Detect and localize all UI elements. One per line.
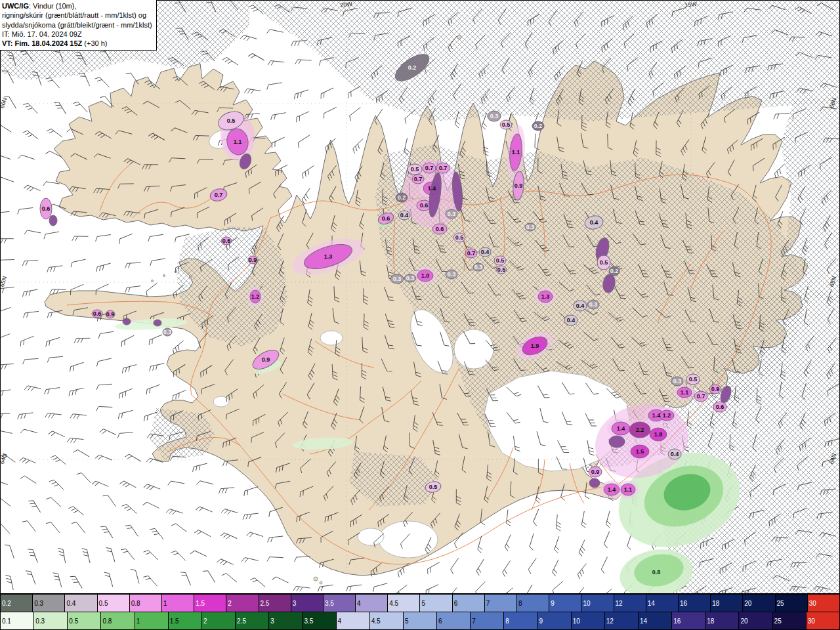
svg-text:0.9: 0.9	[249, 257, 257, 263]
colorbar-sleet-value: 2.5	[261, 600, 270, 607]
svg-text:0.5: 0.5	[600, 259, 608, 266]
colorbar-sleet-value: 1	[163, 600, 167, 607]
colorbar-rain-value: 0.1	[2, 618, 11, 625]
svg-text:2.2: 2.2	[636, 427, 644, 433]
colorbar-rain-value: 10	[573, 618, 580, 625]
svg-text:0.7: 0.7	[425, 165, 434, 171]
svg-text:0.7: 0.7	[414, 176, 423, 182]
colorbar-sleet-cell: 18	[711, 595, 743, 612]
svg-text:0.5: 0.5	[502, 121, 511, 128]
colorbar-rain-cell: 4.5	[370, 612, 404, 629]
svg-text:0.3: 0.3	[490, 113, 499, 119]
weather-map: 0.20.51.10.60.70.60.91.21.30.60.30.31.00…	[0, 0, 840, 594]
svg-text:0.4: 0.4	[590, 219, 598, 226]
colorbar-rain-cell: 3	[269, 612, 303, 629]
colorbar-sleet-value: 4.5	[389, 600, 398, 607]
colorbar-rain-value: 1.5	[170, 618, 179, 625]
colorbar-sleet-value: 14	[648, 600, 655, 607]
svg-text:0.9: 0.9	[106, 311, 115, 318]
colorbar-rain-value: 20	[740, 618, 747, 625]
colorbar-sleet-value: 6	[454, 600, 458, 607]
colorbar-sleet-cell: 0.2	[1, 595, 33, 612]
colorbar-sleet-value: 0.4	[66, 600, 75, 607]
weather-chart-frame: 0.20.51.10.60.70.60.91.21.30.60.30.31.00…	[0, 0, 840, 630]
svg-text:0.6: 0.6	[382, 215, 390, 222]
svg-text:0.9: 0.9	[514, 182, 523, 189]
svg-text:0.6: 0.6	[716, 404, 724, 410]
colorbar-rain-cell: 25	[773, 612, 807, 629]
title-box: UWC/IG: Vindur (10m), rigning/skúrir (gr…	[0, 0, 157, 51]
colorbar-rain-value: 3	[270, 618, 274, 625]
colorbar-rain-value: 2.5	[237, 618, 246, 625]
svg-text:0.4: 0.4	[671, 451, 679, 457]
svg-text:0.5: 0.5	[455, 234, 464, 241]
svg-text:1.1: 1.1	[512, 149, 520, 156]
colorbar-sleet-cell: 1.5	[194, 595, 226, 612]
colorbar-sleet-cell: 6	[453, 595, 485, 612]
svg-text:0.6: 0.6	[436, 226, 444, 232]
colorbar-sleet-cell: 0.8	[130, 595, 162, 612]
colorbar-sleet-cell: 0.5	[98, 595, 130, 612]
svg-text:0.3: 0.3	[589, 301, 598, 308]
svg-text:1.5: 1.5	[636, 448, 644, 455]
svg-text:1.8: 1.8	[654, 431, 663, 438]
colorbar-rain-value: 6	[438, 618, 442, 625]
title-line-2: rigning/skúrir (grænt/blátt/rautt - mm/1…	[2, 10, 152, 20]
svg-text:0.3: 0.3	[474, 264, 483, 270]
colorbar-rain-cell: 1	[135, 612, 169, 629]
svg-text:1.2: 1.2	[663, 412, 671, 419]
svg-text:1.4: 1.4	[608, 486, 616, 493]
colorbar-sleet-cell: 8	[517, 595, 549, 612]
colorbar-sleet-cell: 25	[776, 595, 808, 612]
colorbar-sleet-value: 1.5	[196, 600, 205, 607]
svg-text:0.9: 0.9	[591, 469, 600, 475]
colorbar-rain-value: 0.8	[102, 618, 112, 625]
svg-text:0.7: 0.7	[697, 393, 705, 400]
svg-text:0.3: 0.3	[448, 271, 456, 278]
colorbar-rain-cell: 6	[437, 612, 471, 629]
svg-text:1.4: 1.4	[652, 412, 661, 419]
svg-text:1.1: 1.1	[624, 486, 633, 493]
svg-text:1.1: 1.1	[234, 138, 242, 145]
colorbar-rain-value: 14	[640, 618, 647, 625]
colorbar-sleet-cell: 9	[549, 595, 581, 612]
colorbar-sleet-cell: 20	[743, 595, 775, 612]
colorbar-sleet-cell: 30	[808, 595, 839, 612]
svg-text:0.8: 0.8	[652, 569, 661, 576]
colorbar-sleet-value: 12	[616, 600, 623, 607]
svg-text:0.5: 0.5	[497, 266, 506, 273]
colorbar-sleet-value: 5	[421, 600, 425, 607]
colorbar-rain-cell: 10	[572, 612, 605, 629]
colorbar-sleet-cell: 4	[356, 595, 388, 612]
colorbar-rain-value: 2	[203, 618, 207, 625]
colorbar-rain-value: 30	[808, 618, 815, 625]
colorbar-sleet-value: 7	[486, 600, 490, 607]
svg-text:0.2: 0.2	[534, 123, 543, 129]
colorbar-rain-value: 3.5	[304, 618, 313, 625]
colorbar-sleet-value: 0.2	[2, 600, 11, 607]
colorbar-rain-value: 9	[539, 618, 543, 625]
colorbar-sleet-cell: 12	[614, 595, 646, 612]
svg-text:0.7: 0.7	[467, 250, 476, 257]
colorbar-sleet-value: 30	[809, 600, 816, 607]
colorbar-rain-value: 7	[472, 618, 476, 625]
svg-text:0.3: 0.3	[526, 224, 535, 230]
svg-text:1.3: 1.3	[541, 293, 550, 300]
svg-text:0.5: 0.5	[496, 257, 505, 264]
colorbar-rain-value: 12	[606, 618, 614, 625]
colorbar-sleet-value: 16	[680, 600, 687, 607]
colorbar-sleet-cell: 5	[420, 595, 452, 612]
colorbar-sleet-value: 8	[518, 600, 522, 607]
colorbar-rain: 0.10.30.50.811.522.533.544.5567891012141…	[0, 612, 840, 630]
colorbar-rain-cell: 16	[672, 612, 705, 629]
colorbar-rain-cell: 5	[404, 612, 437, 629]
svg-text:0.4: 0.4	[576, 303, 585, 309]
colorbar-rain-cell: 20	[739, 612, 772, 629]
colorbar-sleet-value: 25	[777, 600, 784, 607]
init-time: IT: Mið. 17. 04. 2024 09Z	[2, 30, 152, 39]
colorbar-rain-value: 8	[505, 618, 509, 625]
colorbar-sleet-value: 9	[551, 600, 555, 607]
colorbar-sleet-cell: 0.4	[65, 595, 97, 612]
colorbar-rain-cell: 2.5	[236, 612, 269, 629]
colorbar-rain-cell: 0.5	[68, 612, 101, 629]
